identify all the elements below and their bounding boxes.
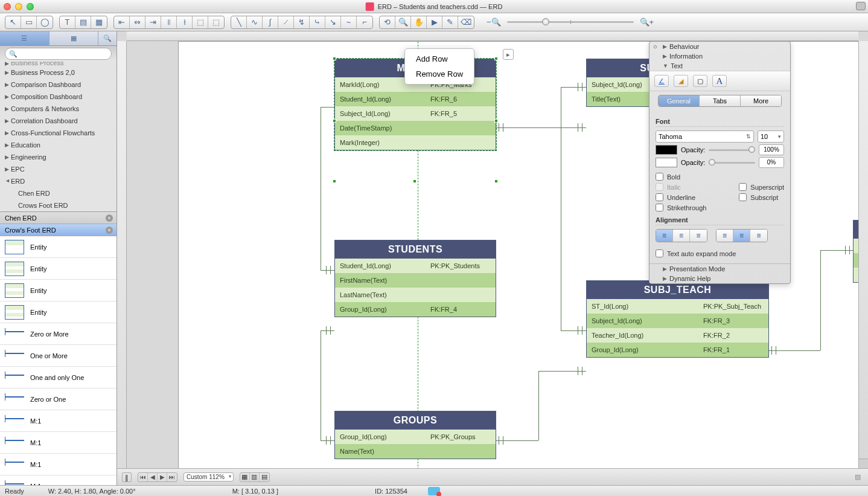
entity-row[interactable]: Date(TimeStamp): [335, 121, 496, 135]
entity-students[interactable]: STUDENTS Student_Id(Long)PK:PK_StudentsF…: [334, 240, 496, 317]
text-tool[interactable]: T: [60, 16, 75, 28]
stencil-item[interactable]: M:1: [0, 432, 116, 454]
stencil-item[interactable]: Entity: [0, 301, 116, 323]
entity-row[interactable]: LastName(Text): [854, 268, 858, 282]
align-left[interactable]: ≡: [656, 230, 673, 242]
tree-item[interactable]: ▶Composition Dashboard: [0, 91, 116, 103]
page-tool[interactable]: ▤: [75, 16, 91, 28]
section-behaviour[interactable]: ○▶Behaviour: [649, 42, 790, 51]
subscript-checkbox[interactable]: Subscript: [739, 193, 784, 201]
entity-row[interactable]: FirstName(Text): [335, 273, 496, 288]
stencil-item[interactable]: Entity: [0, 258, 116, 280]
font-family-select[interactable]: Tahoma⇅: [656, 130, 754, 143]
entity-subj-teach[interactable]: SUBJ_TEACH ST_Id(Long)PK:PK_Subj_TeachSu…: [586, 280, 769, 358]
tree-item-child[interactable]: Crows Foot ERD: [0, 199, 116, 211]
zoom-window-button[interactable]: [27, 3, 34, 10]
snap-objects[interactable]: ▤: [260, 473, 269, 482]
line-tool[interactable]: ╲: [231, 16, 247, 28]
tab-more[interactable]: More: [741, 95, 781, 106]
relation-line[interactable]: [321, 107, 321, 270]
dist-v-tool[interactable]: ⫲: [177, 16, 193, 28]
first-page[interactable]: ⏮: [138, 473, 148, 482]
text-opacity-field[interactable]: 100%: [759, 144, 784, 155]
font-size-select[interactable]: 10▾: [758, 130, 784, 143]
entity-row[interactable]: Group_Id(Long)PK:PK_Groups: [335, 430, 496, 444]
relation-line[interactable]: [769, 350, 820, 351]
arc-tool[interactable]: ⟋: [278, 16, 294, 28]
library-search-tab[interactable]: 🔍: [98, 31, 116, 45]
italic-checkbox[interactable]: Italic: [656, 183, 706, 191]
superscript-checkbox[interactable]: Superscript: [739, 183, 784, 191]
zoom-tool[interactable]: 🔍: [395, 16, 411, 28]
tree-item[interactable]: ▶Correlation Dashboard: [0, 115, 116, 127]
section-presentation-mode[interactable]: ▶Presentation Mode: [649, 264, 790, 274]
resize-handle[interactable]: [494, 119, 498, 123]
align-center[interactable]: ≡: [673, 230, 690, 242]
resize-handle[interactable]: [333, 57, 336, 60]
zoom-select[interactable]: Custom 112%: [183, 472, 234, 482]
last-page[interactable]: ⏭: [167, 473, 177, 482]
zoom-fit-button[interactable]: [858, 459, 868, 468]
dist-h-tool[interactable]: ⫴: [161, 16, 177, 28]
smart-conn-tool[interactable]: ↯: [294, 16, 310, 28]
entity-row[interactable]: Group_Id(Long)FK:FR_1: [587, 343, 768, 357]
entity-row[interactable]: d(Long)PK:PK_Te: [854, 239, 858, 253]
ungroup-tool[interactable]: ⬚: [208, 16, 224, 28]
reroute-tool[interactable]: ⟲: [380, 16, 395, 28]
vertical-scrollbar[interactable]: [858, 41, 868, 459]
tab-tabs[interactable]: Tabs: [700, 95, 741, 106]
zoom-slider[interactable]: [507, 21, 634, 23]
page-grip-icon[interactable]: ▨: [855, 473, 861, 481]
context-menu-item[interactable]: Remove Row: [405, 66, 474, 82]
tree-item[interactable]: ▶Cross-Functional Flowcharts: [0, 127, 116, 139]
group-tool[interactable]: ⬚: [193, 16, 208, 28]
resize-handle[interactable]: [333, 119, 336, 123]
section-text[interactable]: ▼Text: [649, 61, 790, 71]
bg-opacity-field[interactable]: 0%: [759, 157, 784, 168]
close-icon[interactable]: ×: [106, 214, 113, 222]
direct-conn-tool[interactable]: ↘: [325, 16, 341, 28]
stencil-item[interactable]: Zero or More: [0, 323, 116, 345]
zoom-in-icon[interactable]: 🔍+: [640, 18, 654, 27]
resize-handle[interactable]: [494, 179, 498, 183]
eyedrop-tool[interactable]: ✎: [442, 16, 458, 28]
align-left-tool[interactable]: ⇤: [114, 16, 130, 28]
snap-guides[interactable]: ▥: [250, 473, 260, 482]
context-menu-item[interactable]: Add Row: [405, 51, 474, 66]
table-tool[interactable]: ▦: [91, 16, 107, 28]
text-color-swatch[interactable]: [656, 145, 677, 155]
erase-tool[interactable]: ⌫: [458, 16, 474, 28]
tree-item[interactable]: ▶Computers & Networks: [0, 103, 116, 115]
pan-tool[interactable]: ✋: [411, 16, 427, 28]
entity-teachers[interactable]: TEACHERS d(Long)PK:PK_TeText)LastName(Te…: [853, 220, 858, 283]
pointer-tool[interactable]: ↖: [5, 16, 21, 28]
underline-checkbox[interactable]: Underline: [656, 193, 706, 201]
entity-row[interactable]: Text): [854, 253, 858, 268]
tab-general[interactable]: General: [659, 95, 700, 106]
library-doc-tab[interactable]: Crow's Foot ERD×: [0, 224, 116, 236]
bg-opacity-slider[interactable]: [709, 162, 755, 164]
stencil-item[interactable]: Zero or One: [0, 388, 116, 410]
curve-tool[interactable]: ∿: [247, 16, 263, 28]
align-right-tool[interactable]: ⇥: [145, 16, 161, 28]
tree-item[interactable]: ▶Business Process 2,0: [0, 66, 116, 79]
align-right[interactable]: ≡: [690, 230, 707, 242]
bezier-tool[interactable]: ~: [341, 16, 357, 28]
align-top[interactable]: ≡: [716, 230, 733, 242]
tree-item[interactable]: ▶EPC: [0, 163, 116, 175]
fullscreen-button[interactable]: [856, 2, 866, 10]
spline-tool[interactable]: ∫: [263, 16, 278, 28]
stencil-item[interactable]: Entity: [0, 236, 116, 258]
notification-indicator-icon[interactable]: [428, 487, 440, 495]
text-underline-color-icon[interactable]: ∠: [654, 75, 669, 87]
text-background-icon[interactable]: ▢: [693, 75, 707, 87]
section-dynamic-help[interactable]: ▶Dynamic Help: [649, 274, 790, 283]
close-window-button[interactable]: [4, 3, 11, 10]
bg-color-swatch[interactable]: [656, 158, 677, 167]
relation-line[interactable]: [321, 330, 321, 440]
bold-checkbox[interactable]: Bold: [656, 173, 706, 181]
entity-row[interactable]: Subject_Id(Long)FK:FR_3: [587, 314, 768, 328]
entity-row[interactable]: Teacher_Id(Long)FK:FR_2: [587, 328, 768, 343]
relation-line[interactable]: [321, 107, 334, 108]
prev-page[interactable]: ◀: [148, 473, 158, 482]
